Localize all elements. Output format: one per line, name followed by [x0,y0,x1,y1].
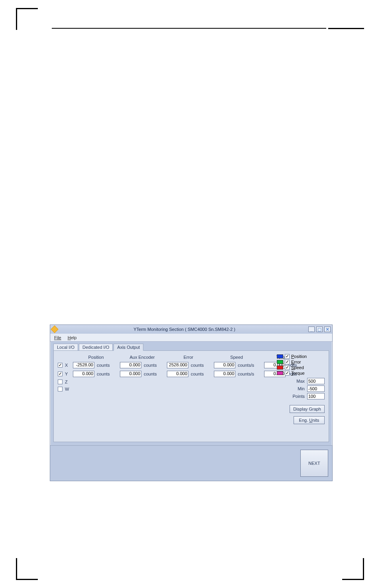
legend-error-label: Error [291,360,301,364]
tab-local-io[interactable]: Local I/O [53,344,78,351]
axis-z-checkbox[interactable] [58,380,63,384]
legend-torque-label: Torque [291,371,305,376]
tab-strip: Local I/O Dedicated I/O Axis Output [50,342,332,350]
tab-dedicated-io[interactable]: Dedicated I/O [79,344,113,351]
axis-x-speed[interactable]: 0.000 [214,362,235,368]
menu-help[interactable]: Help [68,335,77,340]
max-input[interactable] [307,378,325,384]
axis-y-label: Y [65,372,71,376]
menu-file[interactable]: File [54,335,61,340]
axis-z-label: Z [65,380,71,384]
axis-y-aux[interactable]: 0.000 [120,371,141,377]
points-input[interactable] [307,393,325,399]
titlebar[interactable]: YTerm Monitoring Section ( SMC4000 Sn.SM… [50,325,332,334]
swatch-error [277,360,283,364]
axis-w-label: W [65,387,71,391]
header-error: Error [168,355,208,360]
axis-x-label: X [65,363,71,368]
display-graph-button[interactable]: Display Graph [290,405,325,413]
legend-position-checkbox[interactable] [285,354,290,359]
app-window: YTerm Monitoring Section ( SMC4000 Sn.SM… [50,324,333,481]
axis-y-speed[interactable]: 0.000 [214,371,235,377]
min-input[interactable] [307,385,325,392]
legend-torque-checkbox[interactable] [285,371,290,376]
legend-speed-checkbox[interactable] [285,365,290,370]
axis-x-error[interactable]: 2528.000 [167,362,188,368]
minimize-button[interactable]: _ [308,326,315,332]
app-icon [51,325,59,333]
max-label: Max [296,379,305,383]
header-position: Position [76,355,116,360]
min-label: Min [298,386,305,391]
header-speed: Speed [215,355,259,360]
footer: NEXT [50,445,332,481]
unit-counts-s: counts/s [238,363,258,368]
axis-w-checkbox[interactable] [58,387,63,391]
menubar: File Help [50,334,332,342]
axis-x-checkbox[interactable] [58,363,63,368]
unit-counts-s: counts/s [238,372,258,376]
unit-counts: counts [191,363,208,368]
close-button[interactable]: × [324,326,331,332]
swatch-speed [277,366,283,370]
axis-x-position[interactable]: -2528.00 [73,362,94,368]
axis-x-aux[interactable]: 0.000 [120,362,141,368]
axis-y-error[interactable]: 0.000 [167,371,188,377]
axis-y-position[interactable]: 0.000 [73,371,94,377]
unit-counts: counts [191,372,208,376]
points-label: Points [292,394,305,399]
side-panel: Position Error Speed Torque Max [277,354,325,424]
unit-counts: counts [97,372,114,376]
page-frame [16,8,364,580]
legend-position-label: Position [291,354,307,359]
axis-y-checkbox[interactable] [58,372,63,376]
axis-output-panel: Position Aux Encoder Error Speed Torque … [53,350,329,442]
header-aux-encoder: Aux Encoder [122,355,162,360]
next-button[interactable]: NEXT [300,450,328,477]
tab-axis-output[interactable]: Axis Output [114,344,143,351]
window-title: YTerm Monitoring Section ( SMC4000 Sn.SM… [61,327,308,332]
legend-error-checkbox[interactable] [285,360,290,364]
legend-speed-label: Speed [291,365,304,370]
maximize-button[interactable]: ▢ [316,326,323,332]
swatch-position [277,354,283,358]
unit-counts: counts [144,363,161,368]
eng-units-button[interactable]: Eng. Units [294,416,325,424]
swatch-torque [277,371,283,375]
unit-counts: counts [144,372,161,376]
unit-counts: counts [97,363,114,368]
